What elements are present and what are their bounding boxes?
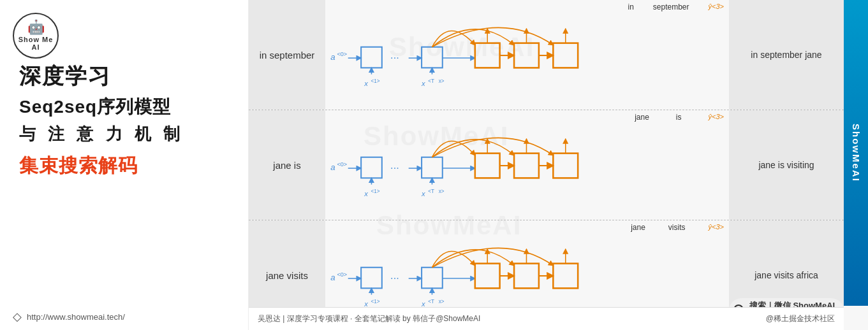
left-panel: 🤖 Show Me AI 深度学习 Seq2seq序列模型 与 注 意 力 机 …	[0, 0, 249, 330]
svg-text:<0>: <0>	[337, 161, 347, 168]
row2-output-label: jane is visiting	[729, 110, 844, 220]
row1-svg: a <0> x <1> ···	[325, 0, 729, 110]
row1-word1: in	[628, 3, 633, 11]
svg-text:x: x	[421, 190, 425, 197]
link-url: http://www.showmeai.tech/	[27, 312, 125, 322]
svg-rect-3	[361, 47, 382, 68]
svg-text:x>: x>	[439, 299, 445, 305]
brand-right-bar: ShowMeAI	[844, 0, 868, 306]
svg-rect-15	[475, 43, 500, 68]
row1-input-label: in september	[249, 0, 325, 110]
row1-word2: september	[653, 3, 689, 11]
svg-text:···: ···	[390, 272, 399, 283]
svg-rect-9	[422, 47, 443, 68]
row2-output-text: jane is visiting	[758, 160, 814, 170]
row3-output-text: jane visits africa	[754, 270, 818, 280]
svg-rect-38	[475, 154, 500, 178]
row2-diagram: a <0> x <1> ··· x <T x>	[325, 110, 729, 220]
row-1: in september ŷ<3> in september a <0>	[249, 0, 844, 110]
highlight-text: 集束搜索解码	[19, 153, 138, 179]
svg-text:<0>: <0>	[337, 271, 347, 278]
svg-text:···: ···	[390, 52, 399, 63]
row3-word2: visits	[668, 223, 686, 232]
svg-rect-55	[422, 268, 443, 289]
row1-input-text: in september	[260, 50, 315, 61]
logo-circle: 🤖 Show Me AI	[13, 13, 59, 59]
svg-text:<T: <T	[428, 299, 434, 305]
title-sub: Seq2seq序列模型	[19, 95, 171, 119]
row2-svg: a <0> x <1> ··· x <T x>	[325, 110, 729, 220]
right-panel: ShowMeAI ShowMeAI ShowMeAI ShowMeAI in s…	[249, 0, 868, 330]
row2-word2: is	[676, 113, 682, 122]
svg-text:<1>: <1>	[371, 189, 379, 194]
row2-yhat: ŷ<3>	[709, 113, 724, 122]
svg-text:x: x	[364, 190, 368, 197]
row3-input-text: jane visits	[266, 270, 308, 281]
svg-text:x>: x>	[439, 189, 445, 194]
title-main: 深度学习	[19, 62, 111, 91]
row2-input-text: jane is	[273, 160, 300, 171]
bottom-link[interactable]: ◇ http://www.showmeai.tech/	[13, 310, 125, 324]
svg-text:<0>: <0>	[337, 51, 347, 57]
row2-input-label: jane is	[249, 110, 325, 220]
row3-top-labels: jane visits ŷ<3>	[631, 223, 724, 232]
svg-text:<1>: <1>	[371, 299, 379, 305]
logo-label: Show Me AI	[14, 36, 57, 51]
bottom-right-text: @稀土掘金技术社区	[766, 313, 835, 324]
svg-rect-16	[514, 43, 539, 68]
svg-text:···: ···	[390, 162, 399, 173]
svg-text:a: a	[330, 162, 335, 172]
row1-yhat: ŷ<3>	[709, 3, 724, 11]
svg-text:<T: <T	[428, 78, 434, 84]
row1-diagram: a <0> x <1> ···	[325, 0, 729, 110]
svg-rect-32	[422, 157, 443, 178]
title-sub2: 与 注 意 力 机 制	[19, 123, 184, 145]
svg-rect-63	[553, 264, 578, 289]
svg-text:x: x	[364, 80, 368, 87]
row1-output-label: in september jane	[729, 0, 844, 110]
logo-area: 🤖 Show Me AI	[13, 13, 59, 59]
row1-output-text: in september jane	[751, 50, 821, 60]
bottom-caption: 吴恩达 | 深度学习专项课程 · 全套笔记解读 by 韩信子@ShowMeAI	[258, 313, 480, 324]
svg-rect-61	[475, 264, 500, 289]
diagram-area: in september ŷ<3> in september a <0>	[249, 0, 844, 330]
row-2: jane is ŷ<3> jane is a <0> x <1> ···	[249, 110, 844, 220]
svg-text:x: x	[421, 80, 425, 87]
row3-yhat: ŷ<3>	[709, 223, 724, 232]
svg-text:<1>: <1>	[371, 78, 379, 84]
svg-text:x>: x>	[439, 78, 445, 84]
link-icon: ◇	[13, 310, 22, 324]
title-block: 深度学习 Seq2seq序列模型 与 注 意 力 机 制 集束搜索解码	[13, 62, 235, 179]
bottom-bar: 吴恩达 | 深度学习专项课程 · 全套笔记解读 by 韩信子@ShowMeAI …	[249, 307, 844, 330]
svg-text:<T: <T	[428, 189, 434, 194]
row3-word1: jane	[631, 223, 645, 232]
svg-rect-49	[361, 268, 382, 289]
robot-icon: 🤖	[27, 20, 45, 34]
svg-rect-39	[514, 154, 539, 178]
brand-right-text: ShowMeAI	[851, 124, 862, 182]
row1-top-labels: in september ŷ<3>	[628, 3, 724, 11]
row2-word1: jane	[635, 113, 649, 122]
svg-text:a: a	[330, 273, 335, 282]
svg-rect-62	[514, 264, 539, 289]
svg-rect-17	[553, 43, 578, 68]
svg-rect-26	[361, 157, 382, 178]
svg-rect-40	[553, 154, 578, 178]
svg-text:a: a	[330, 52, 335, 62]
row2-top-labels: jane is ŷ<3>	[635, 113, 724, 122]
